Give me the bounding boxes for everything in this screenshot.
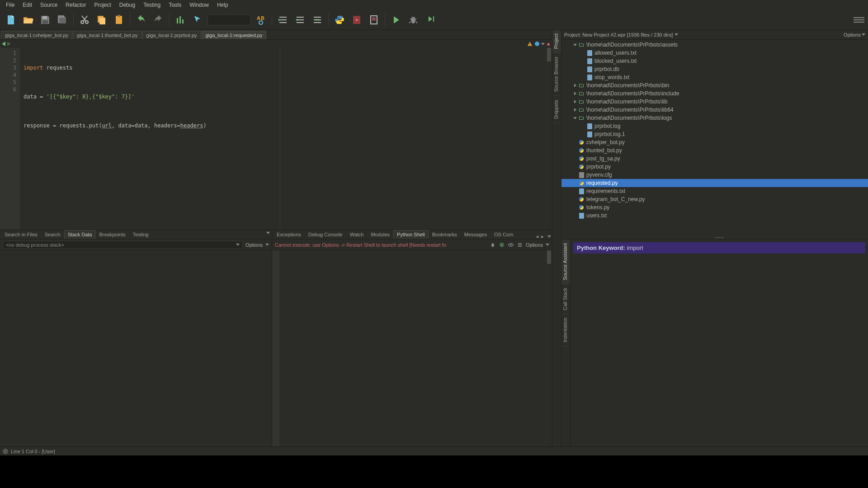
warning-icon[interactable]: [527, 41, 533, 47]
debug-status-icon[interactable]: [3, 449, 8, 454]
lines-icon[interactable]: [517, 242, 523, 248]
scrollbar-thumb[interactable]: [547, 250, 551, 264]
scrollbar-thumb[interactable]: [547, 48, 551, 61]
tab-watch[interactable]: Watch: [346, 230, 368, 239]
tree-node[interactable]: requirements.txt: [561, 187, 868, 195]
sidetab-project[interactable]: Project: [552, 30, 561, 53]
tree-node[interactable]: pyvenv.cfg: [561, 171, 868, 179]
tree-node[interactable]: ihunted_bot.py: [561, 146, 868, 155]
tree-node[interactable]: \home\ad\Documents\PrPrbots\lib: [561, 98, 868, 106]
tree-node[interactable]: prprbot.log.1: [561, 130, 868, 138]
copy-button[interactable]: [94, 13, 109, 27]
menu-file[interactable]: File: [2, 0, 19, 9]
twisty-icon[interactable]: [572, 42, 578, 47]
tree-node[interactable]: users.txt: [561, 211, 868, 220]
new-file-button[interactable]: [4, 13, 18, 27]
stack-content[interactable]: [0, 250, 272, 446]
sidetab-call-stack[interactable]: Call Stack: [561, 284, 570, 314]
sidetab-source-browser[interactable]: Source Browser: [552, 53, 561, 96]
toolbar-search[interactable]: [208, 14, 251, 25]
tabs-dropdown-icon[interactable]: [547, 235, 551, 238]
bug-icon[interactable]: [490, 242, 496, 248]
editor-tab[interactable]: giga_local-1:requested.py: [202, 31, 267, 39]
menu-overflow-button[interactable]: [854, 14, 864, 25]
menu-testing[interactable]: Testing: [139, 0, 165, 9]
open-file-button[interactable]: [21, 13, 35, 27]
editor-tab[interactable]: giga_local-1:cvhelper_bot.py: [1, 31, 72, 39]
eye-icon[interactable]: [508, 242, 514, 248]
twisty-icon[interactable]: [572, 91, 578, 96]
nav-forward-icon[interactable]: [7, 42, 11, 46]
chevron-down-icon[interactable]: [675, 33, 678, 36]
tree-node[interactable]: \home\ad\Documents\PrPrbots\logs: [561, 114, 868, 122]
tab-bookmarks[interactable]: Bookmarks: [429, 230, 461, 239]
tree-node[interactable]: tokens.py: [561, 203, 868, 211]
menu-refactor[interactable]: Refactor: [61, 0, 90, 9]
tab-search-in-files[interactable]: Search in Files: [1, 230, 41, 239]
menu-edit[interactable]: Edit: [19, 0, 36, 9]
tree-node[interactable]: prprbot.db: [561, 65, 868, 73]
scroll-left-icon[interactable]: ◄: [535, 234, 539, 239]
editor-tab[interactable]: giga_local-1:prprbot.py: [142, 31, 201, 39]
tree-node[interactable]: allowed_users.txt: [561, 49, 868, 57]
tab-debug-console[interactable]: Debug Console: [305, 230, 346, 239]
info-icon[interactable]: [535, 42, 539, 46]
scroll-right-icon[interactable]: ►: [540, 234, 545, 239]
diff-button[interactable]: [367, 13, 381, 27]
chevron-down-icon[interactable]: [546, 244, 549, 246]
twisty-icon[interactable]: [572, 83, 578, 88]
chevron-down-icon[interactable]: [265, 244, 269, 246]
tab-modules[interactable]: Modules: [367, 230, 393, 239]
tree-node[interactable]: post_tg_sa.py: [561, 155, 868, 163]
tree-node[interactable]: stop_words.txt: [561, 73, 868, 81]
tree-node[interactable]: telegram_bot_C_new.py: [561, 195, 868, 203]
menu-debug[interactable]: Debug: [115, 0, 139, 9]
editor-scrollbar[interactable]: [546, 48, 552, 230]
sidetab-indentation[interactable]: Indentation: [561, 314, 570, 346]
menu-tools[interactable]: Tools: [165, 0, 185, 9]
redo-button[interactable]: [151, 13, 165, 27]
tab-messages[interactable]: Messages: [461, 230, 491, 239]
tree-node[interactable]: \home\ad\Documents\PrPrbots\include: [561, 89, 868, 98]
close-editor-icon[interactable]: ●: [547, 41, 550, 47]
gear-icon[interactable]: [499, 242, 505, 248]
twisty-icon[interactable]: [572, 107, 578, 113]
code-editor[interactable]: 1 2 3 4 5 6 import requests data = '[{"$…: [0, 48, 552, 230]
find-replace-button[interactable]: AB: [254, 13, 268, 27]
tree-node[interactable]: \home\ad\Documents\PrPrbots\bin: [561, 81, 868, 89]
tree-node[interactable]: prprbot.log: [561, 122, 868, 130]
tab-exceptions[interactable]: Exceptions: [273, 230, 305, 239]
options-link[interactable]: Options: [844, 32, 861, 38]
tree-node[interactable]: \home\ad\Documents\PrPrbots\assets: [561, 41, 868, 49]
menu-project[interactable]: Project: [90, 0, 115, 9]
tab-breakpoints[interactable]: Breakpoints: [95, 230, 129, 239]
paste-button[interactable]: [112, 13, 126, 27]
tab-testing[interactable]: Testing: [129, 230, 152, 239]
tree-node[interactable]: blocked_users.txt: [561, 57, 868, 65]
nav-back-icon[interactable]: [2, 42, 5, 46]
twisty-icon[interactable]: [572, 99, 578, 104]
tab-python-shell[interactable]: Python Shell: [393, 230, 429, 239]
stack-selector[interactable]: <no debug process stack>: [3, 241, 243, 249]
tree-node[interactable]: requested.py: [561, 179, 868, 187]
indent-button[interactable]: [276, 13, 290, 27]
python-button[interactable]: [332, 13, 347, 27]
tree-node[interactable]: \home\ad\Documents\PrPrbots\lib64: [561, 106, 868, 114]
code-area[interactable]: import requests data = '[{"$key": 8},{"$…: [20, 48, 546, 230]
goto-def-button[interactable]: [173, 13, 188, 27]
menu-window[interactable]: Window: [185, 0, 213, 9]
options-link[interactable]: Options: [245, 242, 263, 248]
tabs-dropdown-icon[interactable]: [266, 232, 270, 234]
menu-source[interactable]: Source: [36, 0, 61, 9]
cut-button[interactable]: [77, 13, 92, 27]
undo-button[interactable]: [134, 13, 148, 27]
cursor-mode-button[interactable]: [190, 13, 205, 27]
save-all-button[interactable]: [55, 13, 70, 27]
shell-content[interactable]: [279, 250, 546, 446]
save-button[interactable]: [38, 13, 52, 27]
tree-node[interactable]: prprbot.py: [561, 163, 868, 171]
tab-os-commands[interactable]: OS Com: [491, 230, 517, 239]
resize-grip[interactable]: [710, 237, 728, 239]
shell-scrollbar[interactable]: [546, 250, 552, 446]
project-tree[interactable]: \home\ad\Documents\PrPrbots\assetsallowe…: [561, 40, 868, 239]
